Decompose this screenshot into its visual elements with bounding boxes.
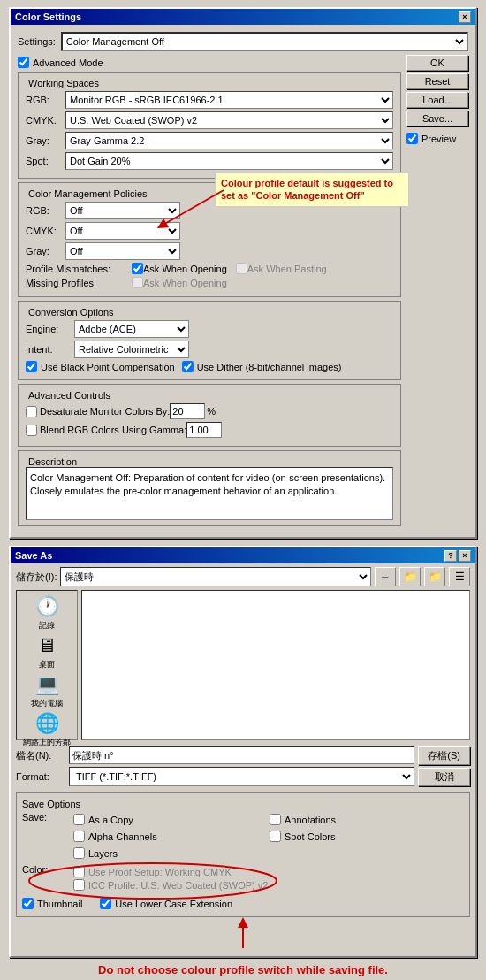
blend-label: Blend RGB Colors Using Gamma: — [40, 425, 186, 435]
thumbnail-label: Thumbnail — [37, 899, 82, 909]
icc-profile-checkbox[interactable] — [73, 879, 85, 891]
close-button[interactable]: × — [459, 11, 471, 23]
profile-mismatches-label: Profile Mismatches: — [26, 264, 132, 274]
view-button[interactable]: ☰ — [449, 567, 470, 586]
format-label: Format: — [16, 771, 69, 782]
thumbnail-checkbox[interactable] — [22, 898, 34, 909]
svg-line-1 — [162, 190, 224, 226]
blend-checkbox[interactable] — [26, 425, 37, 436]
save-as-dialog: Save As ? × 儲存於(I): 保護時 ← 📁 📁 ☰ 🕐 記錄 — [9, 546, 477, 958]
desktop-icon: 🖥 — [37, 634, 57, 657]
ask-when-opening-1-checkbox[interactable] — [132, 263, 143, 274]
sidebar-item-records[interactable]: 🕐 記錄 — [20, 594, 73, 632]
color-settings-title: Color Settings — [15, 11, 81, 22]
intent-label: Intent: — [26, 344, 74, 355]
save-button[interactable]: Save... — [406, 111, 468, 126]
annotations-checkbox[interactable] — [270, 814, 281, 825]
ask-when-opening-2-checkbox[interactable] — [132, 277, 143, 288]
save-as-title: Save As — [15, 550, 52, 561]
ask-when-pasting-label: Ask When Pasting — [247, 264, 327, 274]
sidebar-item-desktop[interactable]: 🖥 桌面 — [20, 633, 73, 670]
file-area — [81, 590, 470, 740]
filename-input[interactable] — [69, 746, 414, 764]
lower-case-checkbox[interactable] — [100, 898, 111, 909]
as-copy-label: As a Copy — [88, 815, 133, 825]
sidebar-item-network[interactable]: 🌐 網路上的芳鄰 — [20, 711, 73, 748]
load-button[interactable]: Load... — [406, 92, 468, 108]
color-settings-dialog: Color Settings × Settings: Color Managem… — [9, 7, 477, 539]
missing-profiles-label: Missing Profiles: — [26, 278, 132, 288]
desaturate-checkbox[interactable] — [26, 406, 37, 417]
layers-label: Layers — [88, 848, 118, 859]
location-dropdown[interactable]: 保護時 — [60, 567, 371, 586]
settings-dropdown[interactable]: Color Management Off — [61, 32, 468, 51]
save-options-group: Save Options Save: As a Copy Annotations — [16, 792, 470, 917]
black-point-checkbox[interactable] — [26, 361, 37, 372]
layers-checkbox[interactable] — [73, 847, 85, 859]
alpha-channels-checkbox[interactable] — [73, 831, 85, 842]
blend-input[interactable]: 1.00 — [186, 422, 222, 438]
advanced-mode-checkbox[interactable] — [18, 57, 29, 68]
gray-dropdown[interactable]: Gray Gamma 2.2 — [65, 132, 393, 149]
back-button[interactable]: ← — [375, 567, 396, 586]
spot-dropdown[interactable]: Dot Gain 20% — [65, 152, 393, 170]
intent-dropdown[interactable]: Relative Colorimetric — [74, 341, 189, 358]
filename-label: 檔名(N): — [16, 749, 69, 762]
description-legend: Description — [26, 456, 393, 467]
ask-when-opening-1-label: Ask When Opening — [143, 264, 227, 274]
advanced-controls-legend: Advanced Controls — [26, 390, 393, 401]
reset-button[interactable]: Reset — [406, 73, 468, 89]
cancel-button[interactable]: 取消 — [418, 768, 470, 786]
desaturate-input[interactable]: 20 — [170, 403, 205, 419]
use-proof-checkbox[interactable] — [73, 866, 85, 877]
save-as-help-button[interactable]: ? — [444, 550, 457, 562]
cmyk-dropdown[interactable]: U.S. Web Coated (SWOP) v2 — [65, 111, 393, 129]
icc-profile-label: ICC Profile: U.S. Web Coated (SWOP) v2 — [88, 880, 268, 891]
preview-checkbox[interactable] — [406, 133, 418, 144]
bottom-form: 檔名(N): Format: TIFF (*.TIF;*.TIFF) 存檔(S)… — [16, 744, 470, 953]
policy-gray-label: Gray: — [26, 246, 65, 256]
warning-text: Do not choose colour profile switch whil… — [0, 963, 486, 976]
settings-label: Settings: — [18, 36, 56, 47]
color-policies-group: Color Management Policies Colour profile… — [18, 182, 401, 297]
up-button[interactable]: 📁 — [399, 567, 421, 586]
title-bar-buttons: × — [459, 11, 471, 23]
spot-colors-checkbox[interactable] — [270, 831, 281, 842]
ask-when-pasting-checkbox[interactable] — [236, 263, 247, 274]
dither-checkbox[interactable] — [182, 361, 194, 372]
advanced-mode-label: Advanced Mode — [33, 57, 103, 68]
mycomputer-label: 我的電腦 — [31, 698, 63, 709]
records-label: 記錄 — [39, 620, 55, 632]
format-dropdown[interactable]: TIFF (*.TIF;*.TIFF) — [69, 767, 414, 786]
color-label: Color: — [22, 864, 48, 875]
engine-dropdown[interactable]: Adobe (ACE) — [74, 320, 189, 338]
as-copy-checkbox[interactable] — [73, 814, 85, 825]
sidebar-item-mycomputer[interactable]: 💻 我的電腦 — [20, 672, 73, 709]
spot-colors-label: Spot Colors — [285, 831, 335, 842]
save-as-title-buttons: ? × — [444, 550, 471, 562]
annotation-text: Colour profile default is suggested to s… — [215, 172, 409, 207]
sidebar-panel: 🕐 記錄 🖥 桌面 💻 我的電腦 🌐 網路上的芳鄰 — [16, 590, 78, 740]
spot-label: Spot: — [26, 156, 65, 166]
cmyk-label: CMYK: — [26, 115, 65, 126]
engine-label: Engine: — [26, 324, 74, 334]
ok-button[interactable]: OK — [406, 55, 468, 71]
working-spaces-group: Working Spaces RGB: Monitor RGB - sRGB I… — [18, 72, 401, 179]
working-spaces-legend: Working Spaces — [26, 78, 393, 88]
lower-case-label: Use Lower Case Extension — [115, 899, 232, 909]
save-file-button[interactable]: 存檔(S) — [418, 746, 470, 765]
rgb-dropdown[interactable]: Monitor RGB - sRGB IEC61966-2.1 — [65, 91, 393, 109]
policy-gray-dropdown[interactable]: Off — [65, 242, 180, 260]
bottom-arrow — [190, 917, 296, 953]
alpha-channels-label: Alpha Channels — [88, 831, 157, 842]
description-group: Description Color Management Off: Prepar… — [18, 450, 401, 526]
advanced-controls-group: Advanced Controls Desaturate Monitor Col… — [18, 384, 401, 447]
desktop-label: 桌面 — [39, 659, 55, 670]
new-folder-button[interactable]: 📁 — [424, 567, 445, 586]
conversion-options-legend: Conversion Options — [26, 307, 393, 318]
annotations-label: Annotations — [285, 815, 336, 825]
save-as-close-button[interactable]: × — [459, 550, 471, 562]
black-point-label: Use Black Point Compensation — [41, 362, 175, 372]
dither-label: Use Dither (8-bit/channel images) — [197, 362, 342, 372]
save-label: Save: — [22, 812, 66, 823]
